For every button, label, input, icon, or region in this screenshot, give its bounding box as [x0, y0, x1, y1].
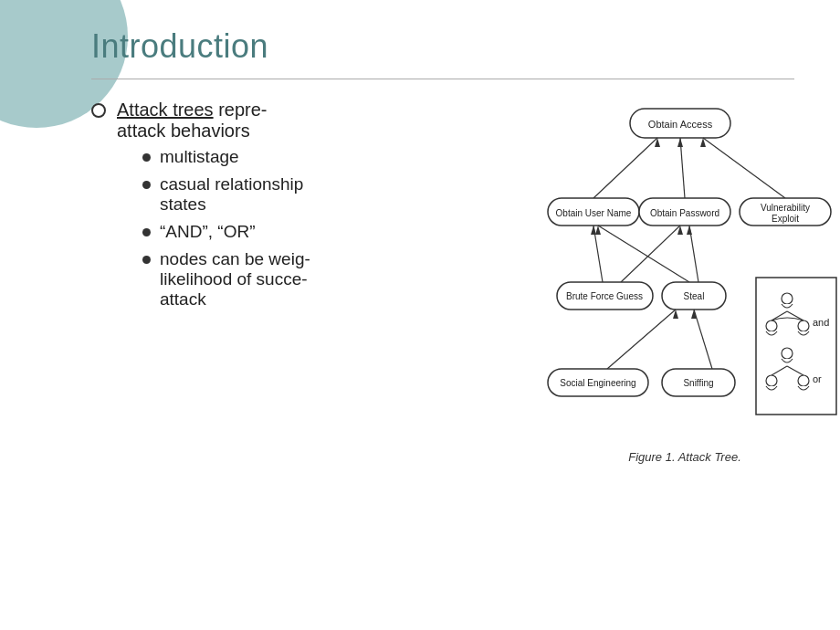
svg-point-37: [766, 320, 777, 331]
svg-point-36: [782, 293, 793, 304]
svg-point-38: [798, 320, 809, 331]
sub-bullet-casual: casual relationshipstates: [142, 174, 310, 215]
svg-line-27: [607, 310, 676, 369]
svg-text:Obtain User Name: Obtain User Name: [556, 208, 632, 218]
svg-rect-35: [756, 278, 836, 415]
svg-text:or: or: [813, 373, 822, 384]
svg-line-17: [598, 226, 689, 282]
svg-text:Exploit: Exploit: [772, 214, 799, 224]
svg-text:Steal: Steal: [684, 291, 705, 301]
svg-text:Obtain Password: Obtain Password: [650, 208, 719, 218]
nodes-text: nodes can be weig-likelihood of succe-at…: [160, 249, 310, 310]
svg-marker-19: [591, 226, 596, 235]
figure-caption: Figure 1. Attack Tree.: [628, 450, 741, 464]
svg-text:Sniffing: Sniffing: [683, 378, 713, 388]
svg-point-42: [782, 348, 793, 359]
sub-bullet-multistage: multistage: [142, 147, 310, 167]
dot-bullet-icon: [142, 256, 151, 264]
diagram-column: Obtain Access Obtain User Name Obtain Pa…: [530, 100, 840, 464]
attack-tree-diagram: Obtain Access Obtain User Name Obtain Pa…: [530, 100, 840, 446]
svg-line-28: [694, 310, 712, 369]
svg-text:Brute Force Guess: Brute Force Guess: [566, 291, 643, 301]
attack-trees-text: Attack trees repre-attack behaviors: [117, 100, 268, 141]
svg-line-4: [703, 138, 785, 198]
attack-trees-underlined: Attack trees: [117, 100, 214, 120]
svg-point-44: [798, 375, 809, 386]
circle-bullet-icon: [91, 103, 106, 118]
svg-text:Social Engineering: Social Engineering: [560, 378, 635, 388]
page-title: Introduction: [91, 27, 794, 66]
dot-bullet-icon: [142, 228, 151, 236]
dot-bullet-icon: [142, 181, 151, 189]
sub-bullet-and-or: “AND”, “OR”: [142, 222, 310, 242]
sub-bullet-nodes: nodes can be weig-likelihood of succe-at…: [142, 249, 310, 310]
svg-marker-6: [677, 138, 683, 147]
svg-text:and: and: [813, 317, 829, 328]
sub-bullet-list: multistage casual relationshipstates “AN…: [142, 147, 310, 310]
svg-marker-22: [687, 226, 692, 235]
svg-line-16: [621, 226, 680, 282]
title-divider: [91, 79, 794, 79]
dot-bullet-icon: [142, 153, 151, 162]
main-bullet-list: Attack trees repre-attack behaviors mult…: [91, 100, 511, 317]
svg-line-2: [593, 138, 657, 198]
casual-text: casual relationshipstates: [160, 174, 303, 215]
svg-text:Vulnerability: Vulnerability: [761, 203, 810, 213]
text-column: Attack trees repre-attack behaviors mult…: [91, 100, 511, 464]
main-bullet-attack-trees: Attack trees repre-attack behaviors mult…: [91, 100, 511, 317]
svg-text:Obtain Access: Obtain Access: [648, 119, 713, 130]
svg-point-43: [766, 375, 777, 386]
